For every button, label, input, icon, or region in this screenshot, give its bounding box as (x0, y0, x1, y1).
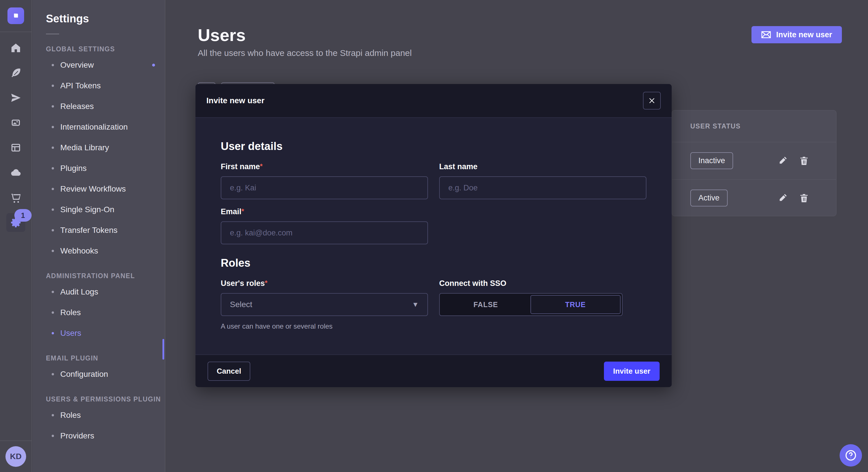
sso-field-group: Connect with SSO FALSE TRUE (439, 279, 646, 330)
bullet-icon (52, 311, 54, 314)
sidebar-item-transfer-tokens[interactable]: Transfer Tokens (33, 220, 165, 241)
deploy-paper-plane-icon[interactable] (6, 88, 25, 107)
first-name-field-group: First name* (221, 162, 428, 199)
marketplace-cart-icon[interactable] (6, 188, 25, 207)
roles-heading: Roles (221, 257, 647, 269)
modal-header: Invite new user (195, 84, 672, 118)
invite-user-submit-button[interactable]: Invite user (604, 362, 660, 381)
section-label-email-plugin: EMAIL PLUGIN (46, 355, 165, 362)
sidebar-item-configuration[interactable]: Configuration (33, 364, 165, 384)
bullet-icon (52, 208, 54, 211)
email-field-group: Email* (221, 207, 428, 244)
bullet-icon (52, 146, 54, 149)
select-value: Select (230, 300, 252, 309)
sidebar-item-internationalization[interactable]: Internationalization (33, 117, 165, 137)
help-button[interactable] (840, 444, 862, 467)
cancel-button[interactable]: Cancel (208, 362, 250, 381)
home-icon[interactable] (6, 38, 25, 57)
modal-footer: Cancel Invite user (195, 355, 672, 387)
sidebar-item-api-tokens[interactable]: API Tokens (33, 75, 165, 96)
user-avatar[interactable]: KD (5, 446, 26, 467)
user-roles-select[interactable]: Select ▼ (221, 293, 428, 316)
settings-gear-icon[interactable]: 1 (6, 213, 25, 232)
delete-trash-icon[interactable] (799, 156, 809, 166)
chevron-down-icon: ▼ (412, 301, 419, 308)
first-name-field[interactable] (221, 176, 428, 199)
required-asterisk: * (260, 162, 262, 170)
bullet-icon (52, 435, 54, 437)
content-type-builder-feather-icon[interactable] (6, 63, 25, 82)
sidebar-item-admin-roles[interactable]: Roles (33, 302, 165, 323)
question-mark-icon (844, 449, 857, 462)
bullet-icon (52, 85, 54, 87)
email-field[interactable] (221, 222, 428, 244)
invite-new-user-button[interactable]: Invite new user (751, 26, 842, 43)
content-manager-layout-icon[interactable] (6, 138, 25, 157)
sidebar-item-single-sign-on[interactable]: Single Sign-On (33, 199, 165, 220)
invite-new-user-modal: Invite new user User details First name*… (195, 84, 672, 387)
sidebar-title: Settings (46, 12, 165, 25)
last-name-field[interactable] (439, 176, 646, 199)
bullet-icon (52, 126, 54, 128)
settings-sidebar: Settings GLOBAL SETTINGS Overview API To… (33, 0, 165, 472)
sidebar-item-webhooks[interactable]: Webhooks (33, 241, 165, 261)
bullet-icon (52, 291, 54, 293)
bullet-icon (52, 64, 54, 66)
table-row: Active (672, 179, 836, 216)
sidebar-item-review-workflows[interactable]: Review Workflows (33, 179, 165, 199)
edit-pencil-icon[interactable] (778, 193, 787, 203)
roles-hint: A user can have one or several roles (221, 322, 428, 330)
user-roles-field-group: User's roles* Select ▼ A user can have o… (221, 279, 428, 330)
cloud-icon[interactable] (6, 163, 25, 182)
rail-bottom: KD (0, 440, 32, 472)
section-label-users-permissions-plugin: USERS & PERMISSIONS PLUGIN (46, 396, 165, 403)
strapi-logo-icon (11, 11, 20, 20)
status-badge: Active (690, 190, 727, 206)
bullet-icon (52, 229, 54, 231)
sidebar-item-audit-logs[interactable]: Audit Logs (33, 281, 165, 302)
sso-false-option[interactable]: FALSE (441, 295, 530, 314)
sso-true-option[interactable]: TRUE (530, 295, 621, 314)
sidebar-title-divider (46, 34, 59, 34)
email-label: Email* (221, 207, 428, 216)
last-name-field-group: Last name (439, 162, 646, 199)
overview-notification-dot (152, 64, 155, 67)
section-label-administration-panel: ADMINISTRATION PANEL (46, 272, 165, 280)
modal-body: User details First name* Last name Email… (195, 118, 672, 355)
bullet-icon (52, 332, 54, 334)
bullet-icon (52, 373, 54, 375)
user-status-column-header: USER STATUS (672, 110, 836, 142)
sidebar-item-overview[interactable]: Overview (33, 55, 165, 75)
settings-notification-badge: 1 (14, 209, 32, 222)
edit-pencil-icon[interactable] (778, 156, 787, 166)
last-name-label: Last name (439, 162, 646, 171)
bullet-icon (52, 414, 54, 416)
strapi-logo[interactable] (7, 7, 24, 24)
rail-icon-list: 1 (6, 38, 25, 238)
modal-title: Invite new user (206, 96, 265, 105)
bullet-icon (52, 167, 54, 169)
sidebar-item-releases[interactable]: Releases (33, 96, 165, 117)
media-library-images-icon[interactable] (6, 113, 25, 132)
status-badge: Inactive (690, 152, 733, 169)
first-name-label: First name* (221, 162, 428, 171)
user-details-heading: User details (221, 140, 647, 153)
sso-label: Connect with SSO (439, 279, 646, 288)
sidebar-item-users[interactable]: Users (33, 323, 165, 343)
sidebar-scrollbar-thumb[interactable] (162, 339, 164, 360)
required-asterisk: * (265, 279, 268, 287)
required-asterisk: * (241, 207, 244, 215)
nav-rail: 1 KD (0, 0, 32, 472)
close-icon[interactable] (643, 92, 661, 109)
bullet-icon (52, 105, 54, 107)
page-title: Users (198, 25, 246, 45)
envelope-icon (761, 31, 771, 38)
section-label-global-settings: GLOBAL SETTINGS (46, 45, 165, 53)
sidebar-item-media-library[interactable]: Media Library (33, 137, 165, 158)
delete-trash-icon[interactable] (799, 193, 809, 203)
sidebar-item-providers[interactable]: Providers (33, 426, 165, 446)
sso-toggle: FALSE TRUE (439, 293, 623, 316)
sidebar-item-up-roles[interactable]: Roles (33, 405, 165, 426)
sidebar-item-plugins[interactable]: Plugins (33, 158, 165, 179)
bullet-icon (52, 188, 54, 190)
